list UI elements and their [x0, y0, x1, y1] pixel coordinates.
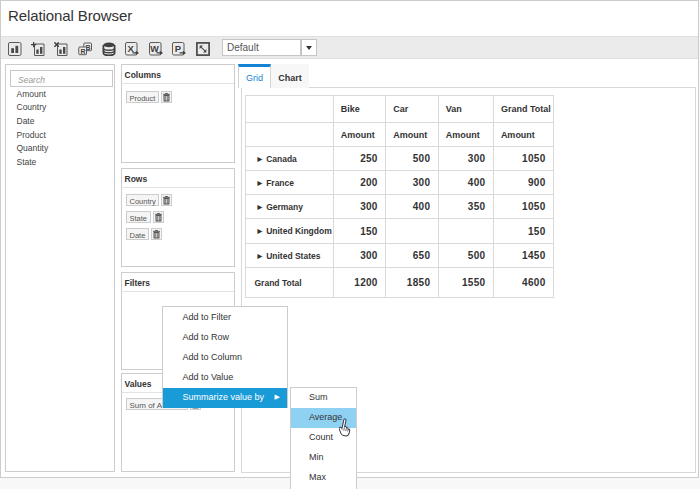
svg-text:W: W	[150, 44, 159, 54]
svg-text:X: X	[128, 43, 135, 54]
svg-text:P: P	[175, 43, 182, 54]
svg-text:R: R	[81, 48, 86, 55]
